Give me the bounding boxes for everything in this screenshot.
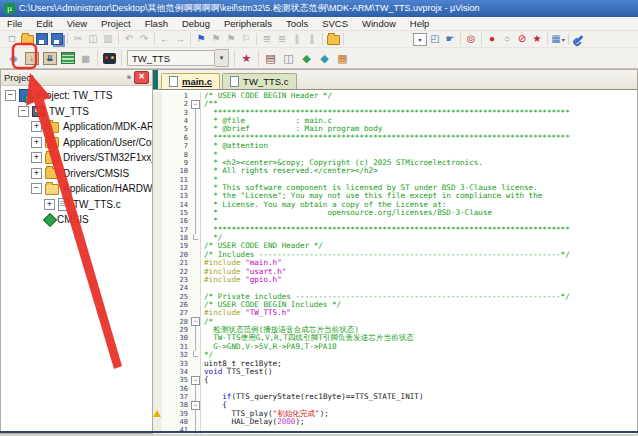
incremental-find-button[interactable]: ☛ [443,33,457,46]
build-icon: ↓ [25,52,39,65]
fold-column[interactable]: − [191,401,201,409]
find-text-combo-button[interactable]: ▾ [413,33,427,46]
select-software-packs-button[interactable]: ◆ [316,50,333,66]
line-number: 20 [162,251,191,259]
fold-column [191,192,201,200]
menu-tools[interactable]: Tools [279,17,315,30]
code-line-10[interactable]: 10 * All rights reserved.</center></h2> [153,167,637,175]
tree-item-project-tw-tts[interactable]: −Project: TW_TTS [1,88,152,104]
menu-view[interactable]: View [60,17,94,30]
collapse-icon[interactable]: − [18,106,29,117]
file-icon [58,198,69,211]
gutter [153,393,162,401]
rebuild-all-button[interactable]: ⇊ [41,50,58,66]
collapse-icon[interactable]: − [31,183,42,194]
tree-item-application-hardware[interactable]: −Application/HARDWARE [1,181,152,197]
menu-peripherals[interactable]: Peripherals [217,17,279,30]
code-line-15[interactable]: 15 * opensource.org/licenses/BSD-3-Claus… [153,209,637,217]
fold-collapse-icon[interactable]: − [191,317,200,326]
code-line-23[interactable]: 23#include "gpio.h" [153,276,637,284]
line-number: 34 [162,368,191,376]
menu-flash[interactable]: Flash [138,17,175,30]
close-panel-button[interactable]: ✕ [134,71,149,84]
build-button[interactable]: ↓ [23,50,40,66]
tree-item-application-mdk-arm[interactable]: +Application/MDK-ARM [1,119,152,135]
configure-tools-button[interactable] [572,33,586,46]
pack-installer-button[interactable]: ▦ [334,50,351,66]
open-file-button[interactable] [20,33,34,46]
debug-windows-button[interactable]: ▦▾ [551,33,565,46]
code-line-31[interactable]: 31 G->GND,V->5V,R->PA9,T->PA10 [153,343,637,351]
fold-collapse-icon[interactable]: − [191,401,200,410]
navigate-back-button[interactable]: ← [158,33,172,46]
fold-column[interactable]: − [191,376,201,384]
menu-edit[interactable]: Edit [29,17,59,30]
menu-svcs[interactable]: SVCS [315,17,355,30]
enable-disable-breakpoint-button[interactable]: ○ [500,33,514,46]
find-in-files-button[interactable] [326,33,340,46]
code-editor[interactable]: 1/* USER CODE BEGIN Header */2−/**3 ****… [153,90,637,434]
code-line-40[interactable]: 40 HAL_Delay(2000); [153,418,637,426]
target-select-combo[interactable]: TW_TTS▾ [127,50,229,66]
insert-remove-breakpoint-button[interactable]: ● [485,33,499,46]
tree-item-drivers-stm32f1xx-hal-driv[interactable]: +Drivers/STM32F1xx_HAL_Driv [1,150,152,166]
file-extensions-button[interactable]: ◫ [280,50,297,66]
manage-run-time-environment-button[interactable]: ◆ [298,50,315,66]
new-file-button[interactable]: □ [5,33,19,46]
expand-icon[interactable]: + [31,137,42,148]
find-in-document-button[interactable]: ◰ [428,33,442,46]
code-line-17[interactable]: 17 *************************************… [153,226,637,234]
menu-file[interactable]: File [0,17,29,30]
tab-main-c[interactable]: main.c [161,73,220,89]
fold-column[interactable]: − [191,100,201,108]
open-file-icon [21,35,34,45]
line-number: 28 [162,318,191,326]
gutter [153,309,162,317]
navigate-back-icon: ← [160,34,170,44]
expand-icon[interactable]: + [31,168,42,179]
expand-icon[interactable]: + [31,121,42,132]
target-dropdown-arrow-icon[interactable]: ▾ [215,49,229,67]
menu-window[interactable]: Window [355,17,403,30]
save-all-button[interactable] [50,33,64,46]
gutter [153,268,162,276]
kill-all-breakpoints-button[interactable]: ⊘ [515,33,529,46]
bookmark-toggle-button[interactable]: ⚑ [194,33,208,46]
translate-file-button[interactable]: ◈ [5,50,22,66]
tab-tw-tts-c[interactable]: TW_TTS.c [222,73,296,89]
manage-project-items-button[interactable]: ▤ [262,50,279,66]
tree-item-tw-tts-c[interactable]: +TW_TTS.c [1,197,152,213]
expand-icon[interactable]: + [44,199,55,210]
tree-item-application-user-core[interactable]: +Application/User/Core [1,135,152,151]
fold-collapse-icon[interactable]: − [191,376,200,385]
code-line-7[interactable]: 7 * @attention [153,142,637,150]
menu-project[interactable]: Project [94,17,138,30]
gutter [153,385,162,393]
file-icon [169,76,178,87]
disable-all-breakpoints-button[interactable]: ★ [530,33,544,46]
options-for-target-button[interactable]: ★ [238,50,255,66]
fold-collapse-icon[interactable]: − [191,100,200,109]
code-line-35[interactable]: 35−{ [153,376,637,384]
line-number: 14 [162,201,191,209]
tree-item-tw-tts[interactable]: −TW_TTS [1,104,152,120]
code-line-27[interactable]: 27#include "TW_TTS.h" [153,309,637,317]
fold-column [191,334,201,342]
tree-item-cmsis[interactable]: CMSIS [1,212,152,228]
expand-icon[interactable]: + [31,152,42,163]
download-button[interactable] [101,50,118,66]
find-dialog-button[interactable]: ◎ [464,33,478,46]
tree-item-drivers-cmsis[interactable]: +Drivers/CMSIS [1,166,152,182]
gutter [153,259,162,267]
fold-column[interactable]: − [191,318,201,326]
batch-build-button[interactable] [59,50,76,66]
code-line-34[interactable]: 34void TTS_Test() [153,368,637,376]
code-line-1[interactable]: 1/* USER CODE BEGIN Header */ [153,92,637,100]
pin-icon[interactable]: ⌖ [123,72,134,83]
menu-debug[interactable]: Debug [175,17,217,30]
save-button[interactable] [35,33,49,46]
menu-help[interactable]: Help [403,17,437,30]
navigate-forward-button[interactable]: → [173,33,187,46]
collapse-icon[interactable]: − [5,90,16,101]
line-number: 23 [162,276,191,284]
